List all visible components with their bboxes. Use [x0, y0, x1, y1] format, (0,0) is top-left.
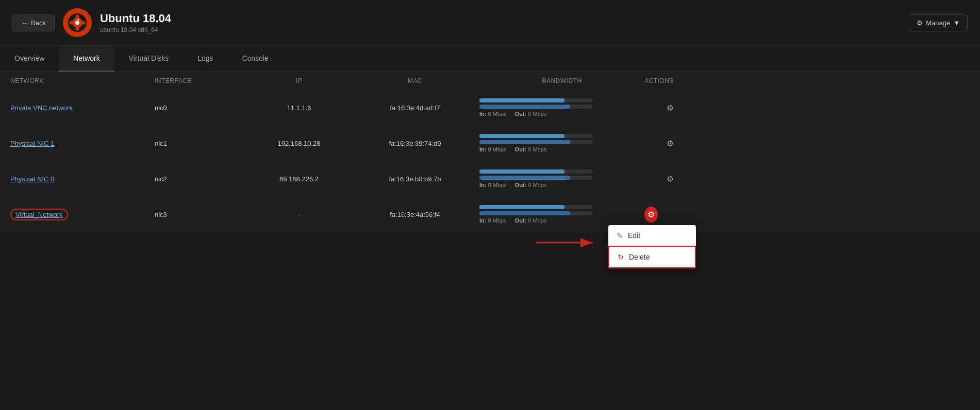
manage-button[interactable]: ⚙ Manage ▼: [909, 14, 968, 31]
main-content: Network Interface IP MAC Bandwidth Actio…: [0, 72, 980, 232]
svg-point-4: [75, 27, 79, 31]
delete-icon: ↻: [618, 253, 624, 261]
bandwidth-0: In: 0 Mbps Out: 0 Mbps: [479, 98, 644, 117]
svg-point-6: [81, 21, 85, 25]
col-ip: IP: [247, 77, 351, 84]
tab-logs[interactable]: Logs: [183, 46, 227, 72]
ip-3: -: [247, 211, 351, 218]
interface-3: nic3: [155, 211, 247, 218]
network-name-3[interactable]: Virtual_Network: [10, 209, 155, 220]
svg-point-7: [75, 21, 79, 25]
edit-icon: ✎: [617, 231, 623, 240]
table-header: Network Interface IP MAC Bandwidth Actio…: [0, 72, 980, 90]
svg-point-5: [69, 21, 73, 25]
col-mac: MAC: [351, 77, 479, 84]
vm-subtitle: ubuntu 18.04 x86_64: [100, 26, 909, 33]
actions-gear-0[interactable]: ⚙: [644, 101, 696, 115]
vm-logo: [63, 8, 92, 37]
mac-1: fa:16:3e:39:74:d9: [351, 140, 479, 147]
bandwidth-1: In: 0 Mbps Out: 0 Mbps: [479, 134, 644, 152]
svg-point-8: [77, 19, 79, 21]
dropdown-delete[interactable]: ↻ Delete: [608, 246, 696, 268]
bandwidth-2: In: 0 Mbps Out: 0 Mbps: [479, 169, 644, 188]
col-bandwidth: Bandwidth: [479, 77, 644, 84]
back-button[interactable]: ← Back: [12, 14, 55, 31]
mac-0: fa:16:3e:4d:ad:f7: [351, 104, 479, 112]
vm-name: Ubuntu 18.04: [100, 12, 909, 25]
ip-1: 192.168.10.28: [247, 140, 351, 147]
mac-2: fa:16:3e:b8:b9:7b: [351, 175, 479, 183]
network-table: Network Interface IP MAC Bandwidth Actio…: [0, 72, 980, 232]
network-name-0[interactable]: Private VNC network: [10, 104, 155, 112]
network-name-1[interactable]: Physical NIC 1: [10, 140, 155, 147]
col-interface: Interface: [155, 77, 247, 84]
table-row: Private VNC network nic0 11.1.1.6 fa:16:…: [0, 90, 980, 126]
ip-2: 69.168.226.2: [247, 175, 351, 183]
bandwidth-3: In: 0 Mbps Out: 0 Mbps: [479, 205, 644, 224]
svg-point-3: [75, 15, 79, 19]
interface-1: nic1: [155, 140, 247, 147]
actions-gear-3[interactable]: ⚙: [644, 207, 658, 223]
table-row: Physical NIC 0 nic2 69.168.226.2 fa:16:3…: [0, 161, 980, 197]
table-row: Physical NIC 1 nic1 192.168.10.28 fa:16:…: [0, 126, 980, 161]
arrow-annotation: [536, 235, 598, 250]
tab-network[interactable]: Network: [59, 46, 114, 72]
vm-info: Ubuntu 18.04 ubuntu 18.04 x86_64: [100, 12, 909, 33]
table-row: Virtual_Network nic3 - fa:16:3e:4a:56:f4…: [0, 197, 980, 232]
network-name-2[interactable]: Physical NIC 0: [10, 175, 155, 183]
back-arrow-icon: ←: [21, 19, 28, 27]
actions-gear-1[interactable]: ⚙: [644, 136, 696, 150]
col-actions: Actions: [644, 77, 696, 84]
interface-2: nic2: [155, 175, 247, 183]
actions-dropdown: ✎ Edit ↻ Delete: [608, 225, 696, 268]
actions-gear-2[interactable]: ⚙: [644, 172, 696, 186]
actions-cell-3: ⚙ ✎ Edit ↻ Delete: [644, 207, 696, 223]
col-network: Network: [10, 77, 155, 84]
ip-0: 11.1.1.6: [247, 104, 351, 112]
tab-overview[interactable]: Overview: [0, 46, 59, 72]
red-arrow-icon: [536, 235, 598, 250]
tab-virtual-disks[interactable]: Virtual Disks: [114, 46, 184, 72]
dropdown-edit[interactable]: ✎ Edit: [608, 225, 696, 246]
tab-console[interactable]: Console: [228, 46, 283, 72]
interface-0: nic0: [155, 104, 247, 112]
gear-icon: ⚙: [917, 19, 923, 27]
mac-3: fa:16:3e:4a:56:f4: [351, 211, 479, 218]
page-header: ← Back Ubuntu 18.04 ubuntu 18.04 x86_64 …: [0, 0, 980, 46]
tabs-bar: Overview Network Virtual Disks Logs Cons…: [0, 46, 980, 72]
chevron-down-icon: ▼: [953, 19, 960, 27]
